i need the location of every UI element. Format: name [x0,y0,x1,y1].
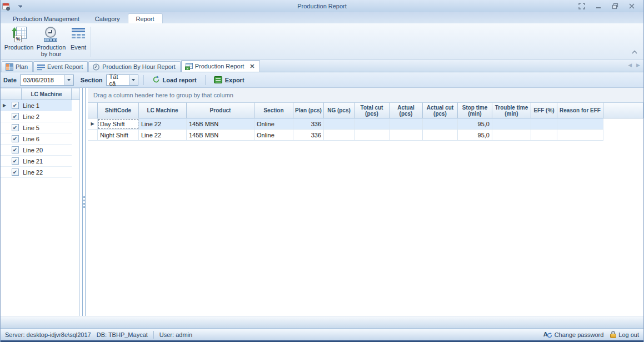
ribbon-tab-row: Production Management Category Report [1,12,643,23]
row-indicator-arrow: ▶ [1,103,8,108]
cell-ng[interactable] [324,118,355,130]
tab-production-by-hour-report[interactable]: Production By Hour Report [88,61,180,72]
column-header-plan[interactable]: Plan (pcs) [293,102,324,118]
column-header-product[interactable]: Product [187,102,254,118]
column-header-trouble-time[interactable]: Trouble time (min) [492,102,531,118]
tab-event-report[interactable]: Event Report [33,61,88,72]
grid-row-night-shift[interactable]: Night Shift Line 22 145B MBN Online 336 … [88,130,643,141]
tab-production-report-label: Production Report [195,63,244,70]
machine-row-line2[interactable]: Line 2 [1,111,72,122]
column-header-actual[interactable]: Actual (pcs) [390,102,423,118]
fullscreen-icon[interactable] [578,3,586,9]
checkbox-line6[interactable] [12,135,19,142]
checkbox-line5[interactable] [12,124,19,131]
cell-actual-cut[interactable] [423,118,458,130]
checkbox-line22[interactable] [12,168,19,176]
section-value[interactable]: Tất cả [107,75,129,85]
machine-row-line22[interactable]: Line 22 [1,167,72,178]
cell-actual-cut[interactable] [423,130,458,141]
section-dropdown-icon[interactable] [129,75,138,85]
column-header-stop-time[interactable]: Stop time (min) [458,102,492,118]
restore-icon[interactable] [611,3,619,9]
ribbon-tab-report[interactable]: Report [128,13,163,23]
cell-reason[interactable] [557,130,603,141]
date-picker[interactable]: 03/06/2018 [20,75,74,86]
section-select[interactable]: Tất cả [106,75,138,86]
machine-label: Line 21 [22,158,43,165]
column-header-eff[interactable]: EFF (%) [531,102,557,118]
cell-product[interactable]: 145B MBN [187,118,254,130]
production-by-hour-button-label: Production by hour [35,44,67,57]
tab-plan[interactable]: Plan [2,61,33,72]
cell-stop-time[interactable]: 95,0 [458,130,492,141]
production-button[interactable]: % Production [3,24,35,59]
cell-reason[interactable] [557,118,603,130]
event-button[interactable]: Event [67,24,89,59]
minimize-icon[interactable] [595,3,602,9]
cell-actual[interactable] [390,118,423,130]
cell-shiftcode[interactable]: Day Shift [98,118,139,130]
export-button[interactable]: Export [211,75,248,85]
date-dropdown-icon[interactable] [64,75,73,85]
cell-plan[interactable]: 336 [293,130,324,141]
cell-total-cut[interactable] [355,130,390,141]
tab-scroll-right-icon[interactable]: ▶ [636,62,640,68]
cell-shiftcode[interactable]: Night Shift [98,130,139,141]
server-info: Server: desktop-idjvr8e\sql2017 [5,331,91,338]
tab-close-icon[interactable]: ✕ [249,63,254,70]
column-header-lc-machine[interactable]: LC Machine [139,102,187,118]
machine-row-line21[interactable]: Line 21 [1,156,72,167]
machine-row-line1[interactable]: ▶ Line 1 [1,100,72,111]
ribbon-tab-production-management[interactable]: Production Management [5,14,87,23]
log-out-button[interactable]: Log out [610,331,639,338]
content-area: LC Machine ▶ Line 1 Line 2 Line 5 Line 6 [1,88,643,316]
cell-total-cut[interactable] [355,118,390,130]
date-value[interactable]: 03/06/2018 [21,75,64,85]
close-icon[interactable] [628,3,636,9]
checkbox-line21[interactable] [12,157,19,165]
cell-plan[interactable]: 336 [293,118,324,130]
grid-row-day-shift[interactable]: ▶ Day Shift Line 22 145B MBN Online 336 … [88,118,643,130]
cell-ng[interactable] [324,130,355,141]
machine-label: Line 1 [22,102,39,109]
cell-eff[interactable] [531,118,557,130]
load-report-label: Load report [163,77,197,83]
change-password-button[interactable]: A Change password [543,331,604,338]
checkbox-line20[interactable] [12,146,19,153]
cell-lc-machine[interactable]: Line 22 [139,118,187,130]
user-info: User: admin [159,331,192,338]
ribbon-tab-category[interactable]: Category [87,14,128,23]
column-header-actual-cut[interactable]: Actual cut (pcs) [423,102,458,118]
checkbox-line2[interactable] [12,113,19,120]
cell-trouble-time[interactable] [492,130,531,141]
cell-product[interactable]: 145B MBN [187,130,254,141]
column-header-ng[interactable]: NG (pcs) [324,102,355,118]
ribbon-collapse-icon[interactable] [631,46,638,56]
machine-row-line5[interactable]: Line 5 [1,122,72,133]
cell-eff[interactable] [531,130,557,141]
load-report-button[interactable]: Load report [149,75,200,86]
machine-indicator-header [1,88,22,100]
tab-production-report[interactable]: x Production Report ✕ [181,60,260,72]
cell-lc-machine[interactable]: Line 22 [139,130,187,141]
machine-row-line20[interactable]: Line 20 [1,145,72,156]
column-header-section[interactable]: Section [254,102,293,118]
column-header-reason[interactable]: Reason for EFF [557,102,603,118]
cell-stop-time[interactable]: 95,0 [458,118,492,130]
machine-panel-header: LC Machine [1,88,79,100]
cell-section[interactable]: Online [254,118,293,130]
tab-scroll-left-icon[interactable]: ◀ [628,62,632,68]
checkbox-line1[interactable] [12,102,19,109]
status-right: A Change password Log out [543,331,639,338]
panel-splitter[interactable] [80,88,88,316]
cell-section[interactable]: Online [254,130,293,141]
group-by-panel[interactable]: Drag a column header here to group by th… [88,88,643,102]
machine-row-line6[interactable]: Line 6 [1,133,72,145]
change-password-label: Change password [555,331,604,338]
machine-column-header[interactable]: LC Machine [22,88,72,100]
cell-trouble-time[interactable] [492,118,531,130]
production-by-hour-button[interactable]: Production by hour [35,24,67,59]
column-header-shiftcode[interactable]: ShiftCode [98,102,139,118]
cell-actual[interactable] [390,130,423,141]
column-header-total-cut[interactable]: Total cut (pcs) [355,102,390,118]
